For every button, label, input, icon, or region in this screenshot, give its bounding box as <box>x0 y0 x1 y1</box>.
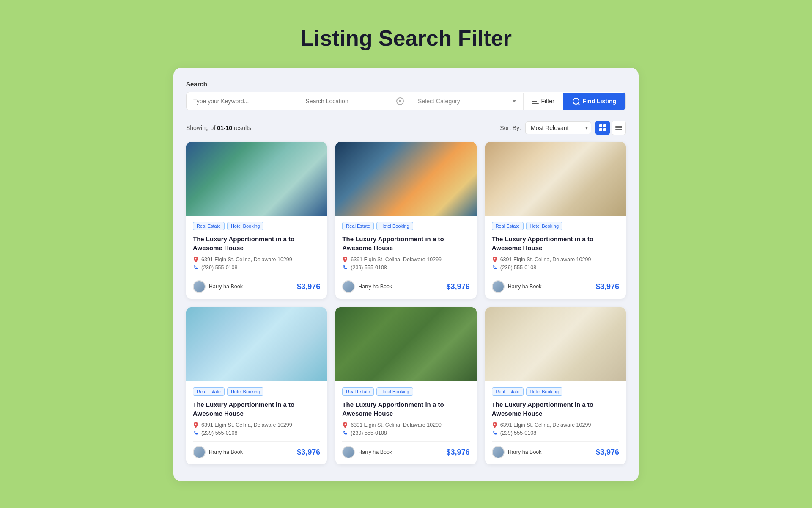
results-header: Showing of 01-10 results Sort By: Most R… <box>186 121 626 135</box>
listing-phone: (239) 555-0108 <box>351 430 387 436</box>
location-target-icon <box>396 97 404 105</box>
listing-address: 6391 Elgin St. Celina, Delaware 10299 <box>201 422 292 428</box>
listing-address-row: 6391 Elgin St. Celina, Delaware 10299 <box>492 422 619 428</box>
phone-icon <box>342 265 348 271</box>
sort-controls: Sort By: Most Relevant Newest Price: Low… <box>500 121 626 135</box>
agent-avatar <box>193 280 206 293</box>
listing-card[interactable]: Real EstateHotel Booking The Luxury Appo… <box>485 142 626 299</box>
listing-address-row: 6391 Elgin St. Celina, Delaware 10299 <box>193 422 320 428</box>
listing-address: 6391 Elgin St. Celina, Delaware 10299 <box>500 422 591 428</box>
address-pin-icon <box>342 257 348 262</box>
address-pin-icon <box>492 422 498 428</box>
listing-card[interactable]: Real EstateHotel Booking The Luxury Appo… <box>335 142 476 299</box>
listing-price: $3,976 <box>447 282 470 291</box>
agent-name: Harry ha Book <box>508 449 542 455</box>
agent-name: Harry ha Book <box>358 284 392 290</box>
listing-tag: Real Estate <box>342 222 374 230</box>
agent-info: Harry ha Book <box>342 446 392 458</box>
address-pin-icon <box>492 257 498 262</box>
listing-title: The Luxury Apportionment in a to Awesome… <box>193 400 320 418</box>
listing-image <box>485 142 626 216</box>
find-listing-label: Find Listing <box>583 98 616 105</box>
keyword-input[interactable] <box>187 93 299 110</box>
listing-footer: Harry ha Book $3,976 <box>492 276 619 293</box>
showing-text: Showing of <box>186 124 215 131</box>
listing-phone: (239) 555-0108 <box>500 265 536 271</box>
sort-select[interactable]: Most Relevant Newest Price: Low to High … <box>525 121 591 134</box>
listing-meta: 6391 Elgin St. Celina, Delaware 10299 (2… <box>342 422 469 436</box>
listing-image <box>186 142 327 216</box>
listing-phone-row: (239) 555-0108 <box>342 430 469 436</box>
view-toggle <box>595 121 626 135</box>
grid-view-icon <box>599 124 606 131</box>
listing-price: $3,976 <box>447 448 470 457</box>
listing-footer: Harry ha Book $3,976 <box>193 441 320 458</box>
listing-phone: (239) 555-0108 <box>351 265 387 271</box>
listings-grid: Real EstateHotel Booking The Luxury Appo… <box>186 142 626 464</box>
listing-card[interactable]: Real EstateHotel Booking The Luxury Appo… <box>335 307 476 464</box>
listing-body: Real EstateHotel Booking The Luxury Appo… <box>485 216 626 299</box>
listing-tag: Hotel Booking <box>227 222 264 230</box>
category-dropdown[interactable]: Select Category <box>411 93 524 110</box>
location-input[interactable] <box>306 98 393 105</box>
listing-tags: Real EstateHotel Booking <box>342 222 469 230</box>
listing-phone-row: (239) 555-0108 <box>193 265 320 271</box>
listing-meta: 6391 Elgin St. Celina, Delaware 10299 (2… <box>342 257 469 271</box>
listing-tag: Real Estate <box>193 222 225 230</box>
agent-info: Harry ha Book <box>492 446 542 458</box>
listing-phone-row: (239) 555-0108 <box>492 265 619 271</box>
agent-name: Harry ha Book <box>209 284 243 290</box>
listing-title: The Luxury Apportionment in a to Awesome… <box>492 400 619 418</box>
listing-body: Real EstateHotel Booking The Luxury Appo… <box>485 381 626 464</box>
listing-address-row: 6391 Elgin St. Celina, Delaware 10299 <box>342 422 469 428</box>
listing-address-row: 6391 Elgin St. Celina, Delaware 10299 <box>193 257 320 262</box>
listing-meta: 6391 Elgin St. Celina, Delaware 10299 (2… <box>193 257 320 271</box>
phone-icon <box>342 430 348 436</box>
listing-title: The Luxury Apportionment in a to Awesome… <box>193 235 320 252</box>
category-placeholder: Select Category <box>418 98 460 105</box>
listing-body: Real EstateHotel Booking The Luxury Appo… <box>186 216 327 299</box>
agent-info: Harry ha Book <box>193 446 243 458</box>
listing-tags: Real EstateHotel Booking <box>342 387 469 396</box>
grid-view-button[interactable] <box>595 121 610 135</box>
list-view-button[interactable] <box>612 121 626 135</box>
listing-card[interactable]: Real EstateHotel Booking The Luxury Appo… <box>186 142 327 299</box>
filter-label: Filter <box>541 98 554 105</box>
listing-card[interactable]: Real EstateHotel Booking The Luxury Appo… <box>485 307 626 464</box>
listing-phone-row: (239) 555-0108 <box>492 430 619 436</box>
agent-info: Harry ha Book <box>492 280 542 293</box>
find-listing-search-icon <box>573 98 579 105</box>
agent-name: Harry ha Book <box>209 449 243 455</box>
listing-tag: Real Estate <box>193 387 225 396</box>
listing-image <box>335 142 476 216</box>
agent-info: Harry ha Book <box>342 280 392 293</box>
agent-avatar <box>492 280 505 293</box>
listing-card[interactable]: Real EstateHotel Booking The Luxury Appo… <box>186 307 327 464</box>
listing-meta: 6391 Elgin St. Celina, Delaware 10299 (2… <box>492 257 619 271</box>
filter-icon <box>532 99 539 104</box>
listing-price: $3,976 <box>596 282 619 291</box>
find-listing-button[interactable]: Find Listing <box>563 93 625 110</box>
agent-info: Harry ha Book <box>193 280 243 293</box>
results-count: Showing of 01-10 results <box>186 124 251 131</box>
listing-image <box>186 307 327 381</box>
phone-icon <box>492 265 498 271</box>
dropdown-arrow-icon <box>512 100 516 102</box>
listing-meta: 6391 Elgin St. Celina, Delaware 10299 (2… <box>492 422 619 436</box>
listing-footer: Harry ha Book $3,976 <box>193 276 320 293</box>
results-suffix: results <box>234 124 251 131</box>
filter-button[interactable]: Filter <box>524 93 563 110</box>
agent-avatar <box>193 446 206 458</box>
listing-tag: Real Estate <box>492 387 524 396</box>
listing-title: The Luxury Apportionment in a to Awesome… <box>342 235 469 252</box>
listing-image <box>485 307 626 381</box>
sort-label: Sort By: <box>500 124 521 131</box>
address-pin-icon <box>193 257 199 262</box>
listing-image <box>335 307 476 381</box>
listing-body: Real EstateHotel Booking The Luxury Appo… <box>186 381 327 464</box>
sort-select-wrapper: Most Relevant Newest Price: Low to High … <box>525 121 591 134</box>
listing-phone-row: (239) 555-0108 <box>342 265 469 271</box>
listing-tag: Real Estate <box>342 387 374 396</box>
listing-tags: Real EstateHotel Booking <box>193 222 320 230</box>
agent-name: Harry ha Book <box>508 284 542 290</box>
